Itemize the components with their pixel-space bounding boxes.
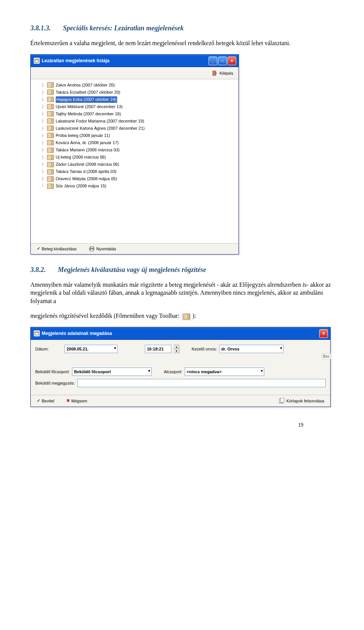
close-button[interactable]: × xyxy=(228,57,236,65)
section-number: 3.8.2. xyxy=(30,266,46,273)
cancel-label: Mégsem xyxy=(71,399,87,403)
dialog-appearance-data: Megjelenés adatainak megadása × Bez Dátu… xyxy=(30,327,331,407)
book-icon xyxy=(47,169,54,174)
tree-item[interactable]: ├Takács Mariann (2008 március 03) xyxy=(35,146,235,154)
book-icon xyxy=(47,90,54,95)
label-sender-main: Beküldő főcsoport: xyxy=(35,369,70,374)
tree-item[interactable]: ├Ujvári Miklósné (2007 december 13) xyxy=(35,103,235,110)
titlebar[interactable]: Megjelenés adatainak megadása × xyxy=(31,327,330,340)
window-icon xyxy=(34,58,40,64)
tree-item[interactable]: ├Takács Erzsébet (2007 október 20) xyxy=(35,89,235,96)
paragraph: Értelemszerűen a valaha megjelent, de ne… xyxy=(30,39,334,47)
sender-note-field[interactable] xyxy=(77,379,326,387)
book-icon xyxy=(47,133,54,138)
title-text: Lezáratlan megjelenések listája xyxy=(42,58,110,63)
window-icon xyxy=(34,330,40,336)
tree-item[interactable]: ├Zádor Lászlóné (2008 március 06) xyxy=(35,161,235,168)
bottom-bar: ✔ Bevitel ✖ Mégsem Kórlapok felsorolása xyxy=(31,395,330,407)
svg-rect-6 xyxy=(35,332,39,335)
print-button[interactable]: Nyomtatás xyxy=(86,245,119,252)
date-field[interactable]: 2008.05.21. xyxy=(64,345,118,353)
book-icon xyxy=(47,162,54,167)
tree-item-label: Oravecz Mátyás (2008 május 05) xyxy=(56,176,117,182)
tree-item-label: Próba beteg (2008 január 11) xyxy=(56,132,110,139)
bottom-bar: ✔ Beteg kiválasztása Nyomtatás xyxy=(31,243,238,254)
tree-item[interactable]: ├Hajagos Erika (2007 október 24) xyxy=(35,96,235,103)
doctor-field[interactable]: dr. Orvos xyxy=(219,345,284,353)
exit-icon xyxy=(212,70,218,76)
book-icon xyxy=(47,176,54,182)
tree-item[interactable]: ├Zakor Andrea (2007 október 20) xyxy=(35,82,235,89)
x-icon: ✖ xyxy=(66,398,70,403)
select-patient-button[interactable]: ✔ Beteg kiválasztása xyxy=(35,245,79,252)
check-icon: ✔ xyxy=(37,246,40,251)
pages-button[interactable]: Kórlapok felsorolása xyxy=(276,397,326,405)
book-icon xyxy=(47,148,54,153)
print-label: Nyomtatás xyxy=(96,247,116,251)
toolbar: Kilépés xyxy=(31,67,238,79)
tree-item-label: Tajthy Melinda (2007 december 18) xyxy=(56,111,121,117)
tree-item-label: Ujvári Miklósné (2007 december 13) xyxy=(56,104,123,110)
tree-item[interactable]: ├Oravecz Mátyás (2008 május 05) xyxy=(35,175,235,182)
ok-button[interactable]: ✔ Bevitel xyxy=(35,397,56,404)
dialog-unclosed-list: Lezáratlan megjelenések listája _ □ × Ki… xyxy=(30,54,239,255)
sender-main-field[interactable]: Beküldő főcsoport xyxy=(72,368,152,376)
tree-item-label: Zakor Andrea (2007 október 20) xyxy=(56,82,115,88)
book-icon xyxy=(47,140,54,145)
section-heading: 3.8.2. Megjelenés kiválasztása vagy új m… xyxy=(30,266,334,274)
spin-up-icon[interactable]: ▲ xyxy=(174,345,179,349)
select-label: Beteg kiválasztása xyxy=(42,247,77,251)
svg-rect-5 xyxy=(90,249,93,251)
toolbar-book-icon xyxy=(182,313,190,320)
tree-item-label: Lakatosné Fodor Marianna (2007 december … xyxy=(56,118,144,124)
tree-item-label: Hajagos Erika (2007 október 24) xyxy=(56,96,117,103)
section-title: Speciális keresés: Lezáratlan megjelenés… xyxy=(63,24,184,32)
titlebar[interactable]: Lezáratlan megjelenések listája _ □ × xyxy=(31,55,238,67)
label-doctor: Kezelő orvos: xyxy=(191,347,217,351)
tree-list[interactable]: ├Zakor Andrea (2007 október 20)├Takács E… xyxy=(31,79,238,243)
tree-item[interactable]: ├Uj beteg (2008 március 06) xyxy=(35,154,235,161)
bez-badge: Bez xyxy=(322,353,331,359)
exit-button[interactable]: Kilépés xyxy=(210,69,235,77)
time-spinner[interactable]: ▲▼ xyxy=(174,345,179,353)
spin-down-icon[interactable]: ▼ xyxy=(174,349,179,353)
section-title: Megjelenés kiválasztása vagy új megjelen… xyxy=(58,266,206,273)
pages-label: Kórlapok felsorolása xyxy=(286,399,324,403)
tree-item-label: Kovács Anna, dr. (2008 január 17) xyxy=(56,140,119,146)
pages-icon xyxy=(279,398,285,404)
maximize-button[interactable]: □ xyxy=(218,57,227,65)
book-icon xyxy=(47,126,54,131)
tree-item[interactable]: ├Kovács Anna, dr. (2008 január 17) xyxy=(35,139,235,146)
section-number: 3.8.1.3. xyxy=(30,24,51,32)
tree-item[interactable]: ├Takács Tamás d (2008 április 03) xyxy=(35,168,235,175)
tree-item[interactable]: └Sós János (2008 május 15) xyxy=(35,182,235,190)
cancel-button[interactable]: ✖ Mégsem xyxy=(64,397,89,404)
label-sender-note: Beküldő megjegyzés: xyxy=(35,381,75,385)
book-icon xyxy=(47,111,54,116)
tree-item[interactable]: ├Próba beteg (2008 január 11) xyxy=(35,132,235,139)
tree-item[interactable]: ├Laskovicsné Katona Ágnes (2007 december… xyxy=(35,125,235,132)
tree-item-label: Uj beteg (2008 március 06) xyxy=(56,154,106,160)
time-field[interactable]: 16:18:21 xyxy=(145,345,171,353)
label-date: Dátum: xyxy=(35,347,49,351)
svg-rect-9 xyxy=(281,398,284,402)
tree-item[interactable]: ├Tajthy Melinda (2007 december 18) xyxy=(35,110,235,118)
text-run: megjelenés rögzítésével kezdődik (Főmenü… xyxy=(30,313,181,319)
tree-item-label: Takács Tamás d (2008 április 03) xyxy=(56,168,117,175)
book-icon xyxy=(47,104,54,109)
minimize-button[interactable]: _ xyxy=(209,57,217,65)
form-area: Bez Dátum: 2008.05.21. 16:18:21 ▲▼ Kezel… xyxy=(31,340,330,395)
text-run: ): xyxy=(193,313,196,319)
tree-item-label: Zádor Lászlóné (2008 március 06) xyxy=(56,161,119,168)
tree-item-label: Sós János (2008 május 15) xyxy=(56,183,107,189)
page-number: 19 xyxy=(298,422,303,428)
close-button[interactable]: × xyxy=(319,329,328,338)
book-icon xyxy=(47,82,54,88)
tree-item[interactable]: ├Lakatosné Fodor Marianna (2007 december… xyxy=(35,118,235,125)
book-icon xyxy=(47,184,54,189)
book-icon xyxy=(47,97,54,102)
sender-sub-field[interactable]: <nincs megadva> xyxy=(185,368,264,376)
exit-label: Kilépés xyxy=(220,71,233,75)
section-heading: 3.8.1.3. Speciális keresés: Lezáratlan m… xyxy=(30,24,334,32)
paragraph: megjelenés rögzítésével kezdődik (Főmenü… xyxy=(30,312,334,320)
